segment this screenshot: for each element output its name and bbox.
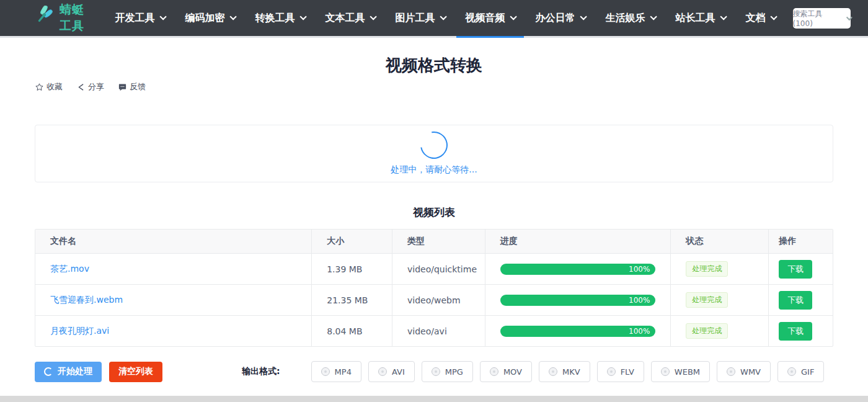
logo-text: 蜻蜓工具	[60, 2, 89, 34]
format-option-webm[interactable]: WEBM	[651, 361, 710, 382]
bottom-controls: 开始处理 清空列表 输出格式: MP4 AVI MPG MOV MKV FLV …	[0, 361, 868, 382]
star-icon	[35, 83, 44, 92]
feedback-link[interactable]: 反馈	[118, 81, 146, 92]
file-size: 1.39 MB	[312, 254, 392, 284]
video-table: 文件名 大小 类型 进度 状态 操作 茶艺.mov 1.39 MB video/…	[35, 229, 833, 347]
top-navbar: 蜻蜓工具 开发工具 编码加密 转换工具 文本工具 图片工具 视频音频 办公日常 …	[0, 0, 868, 38]
video-format-icon	[321, 367, 330, 376]
start-processing-button[interactable]: 开始处理	[35, 362, 102, 382]
processing-panel: 处理中，请耐心等待...	[35, 125, 833, 182]
chevron-down-icon	[370, 13, 376, 20]
chevron-down-icon	[580, 13, 587, 20]
format-option-wmv[interactable]: WMV	[717, 361, 771, 382]
share-icon	[76, 83, 86, 92]
refresh-icon	[44, 367, 53, 376]
video-format-icon	[727, 367, 735, 376]
format-option-mp4[interactable]: MP4	[311, 361, 361, 382]
progress-bar: 100%	[500, 264, 655, 275]
nav-item-text-tools[interactable]: 文本工具	[315, 0, 385, 36]
file-size: 21.35 MB	[312, 285, 392, 315]
file-type: video/webm	[392, 285, 485, 315]
progress-bar: 100%	[500, 326, 656, 337]
download-button[interactable]: 下载	[779, 291, 812, 310]
col-header-action: 操作	[769, 230, 833, 253]
video-format-icon	[378, 367, 387, 376]
share-link[interactable]: 分享	[76, 81, 104, 92]
loading-spinner-icon	[415, 126, 453, 164]
nav-item-encode[interactable]: 编码加密	[175, 0, 245, 36]
feedback-icon	[118, 83, 127, 92]
nav-item-office-daily[interactable]: 办公日常	[525, 0, 595, 36]
video-format-icon	[787, 367, 796, 376]
format-option-mkv[interactable]: MKV	[539, 361, 590, 382]
format-option-avi[interactable]: AVI	[368, 361, 415, 382]
site-logo[interactable]: 蜻蜓工具	[32, 2, 89, 34]
status-badge: 处理完成	[686, 323, 728, 339]
table-header-row: 文件名 大小 类型 进度 状态 操作	[35, 230, 833, 253]
progress-bar: 100%	[500, 295, 656, 306]
download-button[interactable]: 下载	[779, 322, 812, 341]
nav-item-life-fun[interactable]: 生活娱乐	[595, 0, 665, 36]
format-option-mpg[interactable]: MPG	[422, 361, 473, 382]
video-format-icon	[490, 367, 498, 376]
video-format-icon	[607, 367, 616, 376]
chevron-down-icon	[720, 13, 727, 20]
format-option-gif[interactable]: GIF	[777, 361, 824, 382]
output-format-options: MP4 AVI MPG MOV MKV FLV WEBM WMV GIF	[311, 361, 825, 382]
progress-value: 100%	[629, 265, 650, 274]
file-link[interactable]: 飞雪迎春到.webm	[50, 295, 123, 306]
progress-value: 100%	[629, 327, 650, 336]
file-size: 8.04 MB	[312, 316, 392, 346]
file-type: video/avi	[392, 316, 485, 346]
file-type: video/quicktime	[392, 254, 485, 284]
chevron-down-icon	[440, 13, 446, 20]
table-row: 月夜孔明灯.avi 8.04 MB video/avi 100% 处理完成 下载	[35, 315, 833, 346]
nav-menu: 开发工具 编码加密 转换工具 文本工具 图片工具 视频音频 办公日常 生活娱乐 …	[105, 0, 786, 36]
nav-item-convert[interactable]: 转换工具	[245, 0, 315, 36]
nav-item-image-tools[interactable]: 图片工具	[385, 0, 455, 36]
video-list-title: 视频列表	[0, 205, 868, 220]
nav-item-webmaster[interactable]: 站长工具	[665, 0, 735, 36]
col-header-status: 状态	[671, 230, 769, 253]
file-link[interactable]: 月夜孔明灯.avi	[50, 326, 109, 337]
chevron-down-icon	[770, 13, 777, 20]
col-header-progress: 进度	[485, 230, 671, 253]
status-badge: 处理完成	[686, 261, 728, 277]
dragonfly-logo-icon	[32, 6, 55, 30]
page-footer-strip	[0, 396, 868, 402]
nav-item-docs[interactable]: 文档	[735, 0, 786, 36]
video-format-icon	[661, 367, 670, 376]
search-tools-label: 搜索工具 (100)	[793, 9, 842, 28]
nav-item-video-audio[interactable]: 视频音频	[455, 0, 525, 36]
col-header-filename: 文件名	[35, 230, 312, 253]
col-header-size: 大小	[312, 230, 392, 253]
status-badge: 处理完成	[686, 292, 728, 308]
chevron-down-icon	[650, 13, 657, 20]
chevron-down-icon	[299, 13, 306, 20]
favorite-link[interactable]: 收藏	[35, 81, 63, 92]
format-option-mov[interactable]: MOV	[480, 361, 532, 382]
page-actions: 收藏 分享 反馈	[0, 81, 868, 92]
chevron-down-icon	[510, 13, 516, 20]
progress-value: 100%	[629, 296, 650, 305]
processing-message: 处理中，请耐心等待...	[391, 164, 477, 176]
chevron-down-icon	[159, 13, 166, 20]
table-row: 飞雪迎春到.webm 21.35 MB video/webm 100% 处理完成…	[35, 284, 833, 315]
table-row: 茶艺.mov 1.39 MB video/quicktime 100% 处理完成…	[35, 253, 833, 284]
format-option-flv[interactable]: FLV	[597, 361, 644, 382]
output-format-label: 输出格式:	[242, 366, 280, 377]
col-header-type: 类型	[392, 230, 485, 253]
download-button[interactable]: 下载	[779, 260, 812, 279]
video-format-icon	[432, 367, 440, 376]
search-tools-dropdown[interactable]: 搜索工具 (100)	[793, 8, 851, 29]
file-link[interactable]: 茶艺.mov	[50, 264, 89, 275]
chevron-down-icon	[229, 13, 236, 20]
chevron-down-icon	[846, 14, 852, 20]
video-format-icon	[549, 367, 557, 376]
page-title: 视频格式转换	[0, 55, 868, 76]
clear-list-button[interactable]: 清空列表	[109, 362, 162, 382]
nav-item-dev-tools[interactable]: 开发工具	[105, 0, 175, 36]
